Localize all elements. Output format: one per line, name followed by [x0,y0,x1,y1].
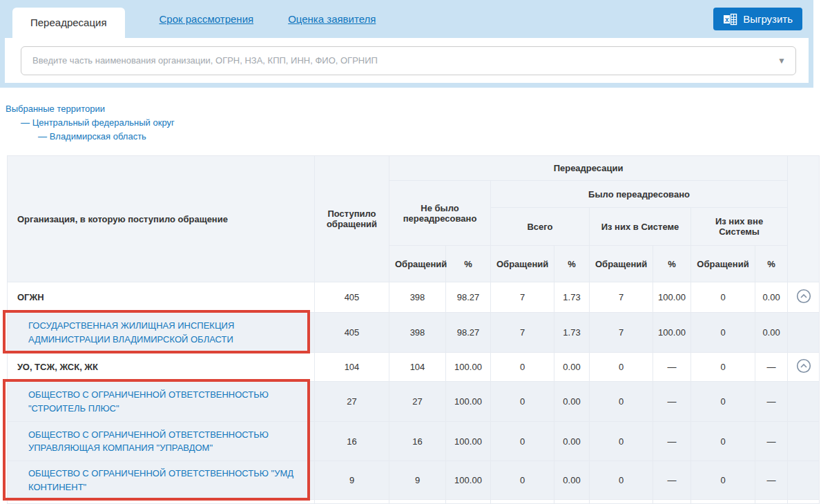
value-cell: 100.00 [653,282,691,313]
territory-dash: — [21,117,30,128]
collapse-cell [788,313,820,353]
territory-item-region[interactable]: — Владимирская область [6,131,175,142]
value-cell: 405 [315,313,389,353]
collapse-cell [788,382,820,422]
organization-row: ОБЩЕСТВО С ОГРАНИЧЕННОЙ ОТВЕТСТВЕННОСТЬЮ… [8,382,820,422]
value-cell: 9 [315,461,389,500]
value-cell: 0 [590,382,653,422]
filter-body: ▼ [5,38,809,83]
header-appeals: Обращений [389,246,446,282]
selected-territories: Выбранные территории — Центральный федер… [6,104,175,145]
organization-search-input[interactable] [32,55,777,66]
value-cell: 0 [691,422,755,461]
report-table-body: ОГЖН40539898.2771.737100.0000.00ГОСУДАРС… [8,282,820,500]
organization-name-cell: ОБЩЕСТВО С ОГРАНИЧЕННОЙ ОТВЕТСТВЕННОСТЬЮ… [8,382,315,422]
value-cell: 1.73 [554,313,590,353]
value-cell: 100.00 [446,353,491,382]
collapse-icon[interactable] [796,289,811,304]
header-redirected-group: Было переадресовано [491,181,788,208]
value-cell: 100.00 [446,461,491,500]
organization-row: ОБЩЕСТВО С ОГРАНИЧЕННОЙ ОТВЕТСТВЕННОСТЬЮ… [8,422,820,461]
value-cell: — [755,422,788,461]
tab-srok-rassmotreniya[interactable]: Срок рассмотрения [160,13,254,25]
header-appeals: Обращений [590,246,653,282]
value-cell: 0.00 [554,461,590,500]
value-cell: 0 [691,461,755,500]
header-in-system: Из них в Системе [590,208,691,246]
tab-ocenka-zayavitelya[interactable]: Оценка заявителя [288,13,376,25]
value-cell: — [653,353,691,382]
value-cell: 0.00 [755,282,788,313]
value-cell: 0.00 [554,353,590,382]
table-header: Организация, в которую поступило обращен… [8,156,820,282]
value-cell: 104 [389,353,446,382]
filter-panel: Переадресация Срок рассмотрения Оценка з… [0,0,813,88]
organization-link[interactable]: ОБЩЕСТВО С ОГРАНИЧЕННОЙ ОТВЕТСТВЕННОСТЬЮ… [28,468,293,492]
excel-icon: x [723,12,737,26]
group-row: УО, ТСЖ, ЖСК, ЖК104104100.0000.000—0— [8,353,820,382]
territories-title: Выбранные территории [6,104,175,114]
header-out-of-system: Из них вне Системы [691,208,788,246]
value-cell: 7 [590,282,653,313]
collapse-cell [788,353,820,382]
value-cell: 0 [491,382,554,422]
export-button[interactable]: x Выгрузить [713,8,802,30]
header-received: Поступило обращений [315,156,389,282]
value-cell: 104 [315,353,389,382]
dropdown-arrow-icon[interactable]: ▼ [777,56,786,66]
territory-link[interactable]: Владимирская область [50,131,146,142]
value-cell: — [653,422,691,461]
value-cell: 0 [691,353,755,382]
value-cell: 398 [389,282,446,313]
header-organization: Организация, в которую поступило обращен… [8,156,315,282]
value-cell: 9 [389,461,446,500]
organization-row: ГОСУДАРСТВЕННАЯ ЖИЛИЩНАЯ ИНСПЕКЦИЯ АДМИН… [8,313,820,353]
redirections-report-table: Организация, в которую поступило обращен… [7,155,820,504]
value-cell: 0 [491,353,554,382]
value-cell: 0.00 [554,382,590,422]
value-cell: 100.00 [653,313,691,353]
header-appeals: Обращений [691,246,755,282]
collapse-cell [788,461,820,500]
organization-name-cell: ОГЖН [8,282,315,313]
organization-link[interactable]: ОБЩЕСТВО С ОГРАНИЧЕННОЙ ОТВЕТСТВЕННОСТЬЮ… [28,429,269,454]
tab-pereadresaciya[interactable]: Переадресация [12,8,125,38]
value-cell: 100.00 [446,422,491,461]
organization-link[interactable]: ОБЩЕСТВО С ОГРАНИЧЕННОЙ ОТВЕТСТВЕННОСТЬЮ… [28,389,269,414]
value-cell: — [653,382,691,422]
svg-text:x: x [725,15,729,23]
tab-bar: Переадресация Срок рассмотрения Оценка з… [0,0,813,38]
value-cell: — [653,461,691,500]
value-cell: — [755,353,788,382]
collapse-icon[interactable] [796,358,811,374]
collapse-cell [788,422,820,461]
collapse-cell [788,282,820,313]
organization-search-box[interactable]: ▼ [21,46,796,75]
value-cell: 405 [315,282,389,313]
header-percent: % [554,246,590,282]
value-cell: 7 [491,282,554,313]
value-cell: 27 [315,382,389,422]
value-cell: 27 [389,382,446,422]
header-percent: % [653,246,691,282]
value-cell: 0 [491,422,554,461]
value-cell: — [755,461,788,500]
header-percent: % [755,246,788,282]
organization-name-cell: ГОСУДАРСТВЕННАЯ ЖИЛИЩНАЯ ИНСПЕКЦИЯ АДМИН… [8,313,315,353]
value-cell: 0 [691,313,755,353]
organization-link[interactable]: ГОСУДАРСТВЕННАЯ ЖИЛИЩНАЯ ИНСПЕКЦИЯ АДМИН… [28,320,234,345]
group-row: ОГЖН40539898.2771.737100.0000.00 [8,282,820,313]
organization-name-cell: ОБЩЕСТВО С ОГРАНИЧЕННОЙ ОТВЕТСТВЕННОСТЬЮ… [8,461,315,500]
territory-item-federal-district[interactable]: — Центральный федеральный округ [6,117,175,128]
value-cell: 0 [491,461,554,500]
territory-link[interactable]: Центральный федеральный округ [32,117,175,128]
header-percent: % [446,246,491,282]
value-cell: 100.00 [446,382,491,422]
value-cell: 98.27 [446,282,491,313]
header-redirections-group: Переадресации [389,156,788,181]
value-cell: 98.27 [446,313,491,353]
value-cell: 0 [590,353,653,382]
organization-name-cell: ОБЩЕСТВО С ОГРАНИЧЕННОЙ ОТВЕТСТВЕННОСТЬЮ… [8,422,315,461]
partial-next-row [8,500,820,504]
value-cell: 16 [315,422,389,461]
